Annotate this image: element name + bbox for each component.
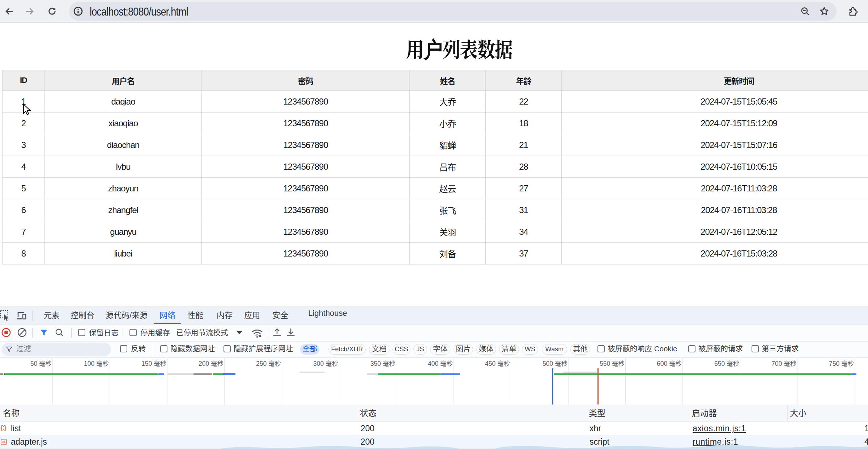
svg-text:<>: <> <box>2 440 6 444</box>
